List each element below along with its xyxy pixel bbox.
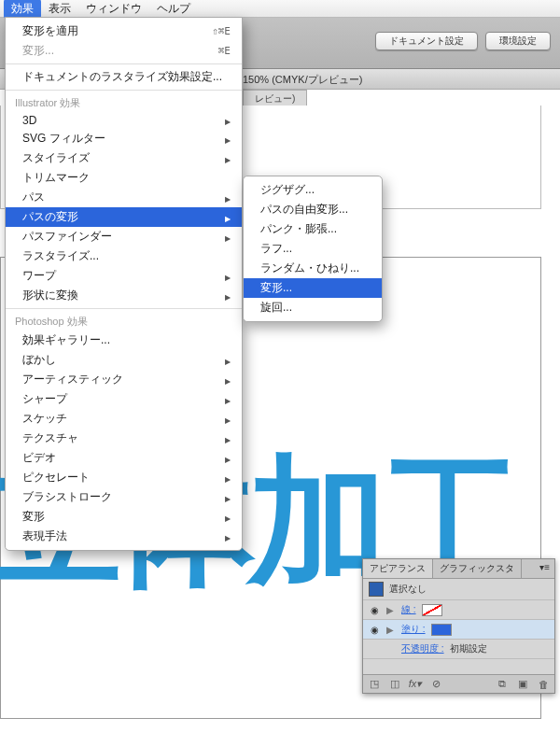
panel-fill-row[interactable]: ◉ ▶ 塗り :: [363, 620, 554, 640]
menu-item-ai-9[interactable]: 形状に変換: [6, 286, 242, 305]
menu-item-ai-5[interactable]: パスの変形: [6, 207, 242, 227]
menu-item-ps-8[interactable]: ブラシストローク: [6, 487, 242, 507]
menu-item-ps-7[interactable]: ピクセレート: [6, 468, 242, 487]
menu-item-ps-2[interactable]: アーティスティック: [6, 370, 242, 389]
menu-category-label: Illustrator 効果: [6, 93, 242, 112]
panel-opacity-row[interactable]: ◉ ▶ 不透明度 : 初期設定: [363, 640, 554, 659]
trash-icon[interactable]: 🗑: [536, 679, 551, 690]
menu-item-ps-3[interactable]: シャープ: [6, 389, 242, 409]
preferences-button[interactable]: 環境設定: [485, 32, 551, 50]
menu-item-ai-4[interactable]: パス: [6, 188, 242, 207]
stroke-swatch-none-icon[interactable]: [422, 604, 442, 616]
menu-separator: [6, 308, 242, 309]
menu-item-ps-9[interactable]: 変形: [6, 507, 242, 527]
disclosure-triangle-icon[interactable]: ▶: [386, 605, 396, 615]
submenu-item-0[interactable]: ジグザグ...: [244, 180, 382, 200]
menu-item-ai-1[interactable]: SVG フィルター: [6, 129, 242, 148]
submenu-item-4[interactable]: ランダム・ひねり...: [244, 259, 382, 278]
menu-item-変形...: 変形...⌘E: [6, 41, 242, 61]
menubar: 効果 表示 ウィンドウ ヘルプ: [0, 0, 560, 18]
visibility-eye-icon[interactable]: ◉: [369, 625, 381, 635]
submenu-item-6[interactable]: 旋回...: [244, 298, 382, 317]
submenu-item-1[interactable]: パスの自由変形...: [244, 200, 382, 219]
panel-blank-row: [363, 659, 554, 674]
path-distort-submenu: ジグザグ...パスの自由変形...パンク・膨張...ラフ...ランダム・ひねり.…: [243, 176, 383, 322]
menu-item-ai-3[interactable]: トリムマーク: [6, 168, 242, 188]
submenu-item-5[interactable]: 変形...: [244, 278, 382, 298]
new-item-icon[interactable]: ▣: [515, 678, 530, 690]
menu-separator: [6, 63, 242, 64]
panel-toolbar: ◳ ◫ fx▾ ⊘ ⧉ ▣ 🗑: [363, 674, 554, 693]
add-effect-icon[interactable]: fx▾: [408, 678, 423, 690]
submenu-item-2[interactable]: パンク・膨張...: [244, 219, 382, 239]
menu-item-ai-2[interactable]: スタイライズ: [6, 148, 242, 168]
selection-label: 選択なし: [389, 583, 427, 596]
panel-flyout-menu-icon[interactable]: ▾≡: [535, 559, 554, 578]
menu-item-ps-10[interactable]: 表現手法: [6, 527, 242, 546]
opacity-value: 初期設定: [450, 642, 487, 655]
panel-tab-graphic-styles[interactable]: グラフィックスタ: [433, 559, 522, 578]
menu-item-rasterize-settings[interactable]: ドキュメントのラスタライズ効果設定...: [6, 67, 242, 87]
menu-item-ps-4[interactable]: スケッチ: [6, 409, 242, 429]
panel-selection-row: 選択なし: [363, 579, 554, 600]
menu-window[interactable]: ウィンドウ: [78, 0, 149, 19]
menu-item-ps-1[interactable]: ぼかし: [6, 350, 242, 370]
new-fill-icon[interactable]: ◳: [367, 678, 382, 690]
stroke-label[interactable]: 線 :: [401, 603, 416, 616]
menu-item-変形を適用[interactable]: 変形を適用⇧⌘E: [6, 21, 242, 41]
menu-item-ps-6[interactable]: ビデオ: [6, 448, 242, 468]
new-stroke-icon[interactable]: ◫: [387, 678, 402, 690]
appearance-panel[interactable]: アピアランス グラフィックスタ ▾≡ 選択なし ◉ ▶ 線 : ◉ ▶ 塗り :…: [362, 558, 555, 694]
visibility-eye-icon[interactable]: ◉: [369, 605, 381, 615]
menu-separator: [6, 90, 242, 91]
selection-thumb-icon: [369, 582, 384, 597]
submenu-item-3[interactable]: ラフ...: [244, 239, 382, 259]
menu-item-ai-0[interactable]: 3D: [6, 112, 242, 129]
menu-view[interactable]: 表示: [41, 0, 78, 19]
panel-tab-appearance[interactable]: アピアランス: [363, 559, 433, 578]
duplicate-icon[interactable]: ⧉: [495, 678, 510, 690]
fill-label[interactable]: 塗り :: [401, 623, 426, 636]
menu-item-ps-5[interactable]: テクスチャ: [6, 429, 242, 448]
effects-menu-dropdown: 変形を適用⇧⌘E変形...⌘Eドキュメントのラスタライズ効果設定...Illus…: [5, 17, 243, 551]
menu-help[interactable]: ヘルプ: [149, 0, 198, 19]
fill-swatch-icon[interactable]: [431, 624, 452, 636]
panel-stroke-row[interactable]: ◉ ▶ 線 :: [363, 600, 554, 620]
opacity-label[interactable]: 不透明度 :: [401, 642, 444, 655]
menu-effects[interactable]: 効果: [4, 0, 41, 19]
menu-item-ai-7[interactable]: ラスタライズ...: [6, 246, 242, 266]
menu-category-label: Photoshop 効果: [6, 312, 242, 331]
document-setup-button[interactable]: ドキュメント設定: [375, 32, 478, 50]
document-title-text: 150% (CMYK/プレビュー): [243, 74, 362, 85]
menu-item-ai-6[interactable]: パスファインダー: [6, 227, 242, 246]
clear-appearance-icon[interactable]: ⊘: [428, 678, 443, 690]
disclosure-triangle-icon[interactable]: ▶: [386, 625, 396, 635]
menu-item-ps-0[interactable]: 効果ギャラリー...: [6, 331, 242, 350]
menu-item-ai-8[interactable]: ワープ: [6, 266, 242, 286]
